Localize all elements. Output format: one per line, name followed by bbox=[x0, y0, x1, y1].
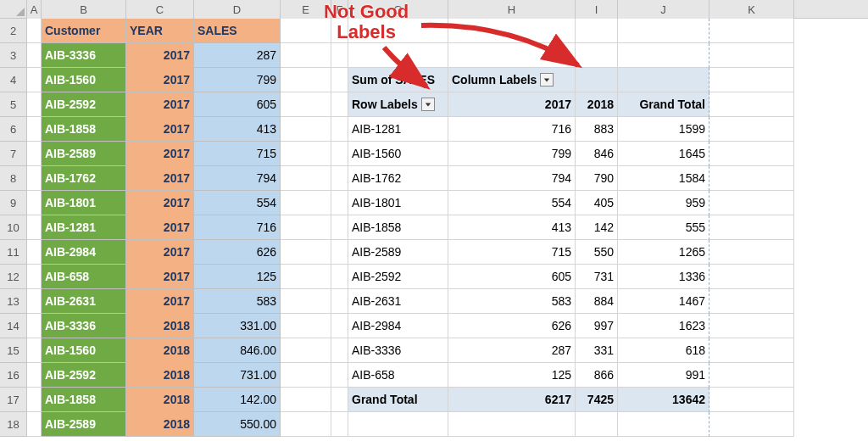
row-header[interactable]: 16 bbox=[0, 363, 27, 388]
source-sales[interactable]: 331.00 bbox=[194, 314, 281, 338]
source-customer[interactable]: AIB-2592 bbox=[42, 363, 126, 388]
source-customer[interactable]: AIB-2592 bbox=[42, 92, 126, 117]
pivot-row-labels[interactable]: Row Labels bbox=[348, 92, 448, 117]
pivot-val-total[interactable]: 1584 bbox=[618, 166, 709, 191]
row-header[interactable]: 18 bbox=[0, 412, 27, 437]
cell[interactable] bbox=[709, 314, 794, 338]
cell[interactable] bbox=[27, 363, 42, 388]
cell[interactable] bbox=[27, 388, 42, 412]
pivot-val-2018[interactable]: 883 bbox=[576, 117, 618, 142]
source-customer[interactable]: AIB-1762 bbox=[42, 166, 126, 191]
row-header[interactable]: 17 bbox=[0, 388, 27, 412]
pivot-val-total[interactable]: 1645 bbox=[618, 142, 709, 166]
pivot-val-2017[interactable]: 583 bbox=[448, 289, 576, 314]
col-header-H[interactable]: H bbox=[448, 0, 576, 19]
source-year[interactable]: 2018 bbox=[126, 388, 194, 412]
source-year[interactable]: 2018 bbox=[126, 363, 194, 388]
cell[interactable] bbox=[709, 363, 794, 388]
source-customer[interactable]: AIB-3336 bbox=[42, 314, 126, 338]
cell[interactable] bbox=[281, 363, 331, 388]
pivot-grand-2017[interactable]: 6217 bbox=[448, 388, 576, 412]
cell[interactable] bbox=[348, 43, 448, 68]
source-year[interactable]: 2017 bbox=[126, 43, 194, 68]
cell[interactable] bbox=[281, 265, 331, 289]
cell[interactable] bbox=[281, 142, 331, 166]
source-customer[interactable]: AIB-2984 bbox=[42, 240, 126, 265]
pivot-val-2017[interactable]: 715 bbox=[448, 240, 576, 265]
cell[interactable] bbox=[27, 412, 42, 437]
source-year[interactable]: 2018 bbox=[126, 314, 194, 338]
cell[interactable] bbox=[281, 338, 331, 363]
cell[interactable] bbox=[709, 191, 794, 215]
pivot-row-label[interactable]: AIB-1858 bbox=[348, 215, 448, 240]
cell[interactable] bbox=[331, 68, 348, 92]
cell[interactable] bbox=[709, 338, 794, 363]
row-header[interactable]: 4 bbox=[0, 68, 27, 92]
source-year[interactable]: 2017 bbox=[126, 166, 194, 191]
cell[interactable] bbox=[281, 43, 331, 68]
source-header-sales[interactable]: SALES bbox=[194, 19, 281, 43]
pivot-val-2017[interactable]: 554 bbox=[448, 191, 576, 215]
cell[interactable] bbox=[709, 388, 794, 412]
cell[interactable] bbox=[709, 412, 794, 437]
cell[interactable] bbox=[709, 43, 794, 68]
cell[interactable] bbox=[331, 388, 348, 412]
cell[interactable] bbox=[27, 92, 42, 117]
pivot-row-label[interactable]: AIB-2631 bbox=[348, 289, 448, 314]
pivot-row-label[interactable]: AIB-1281 bbox=[348, 117, 448, 142]
cell[interactable] bbox=[27, 117, 42, 142]
pivot-val-2018[interactable]: 846 bbox=[576, 142, 618, 166]
source-customer[interactable]: AIB-1560 bbox=[42, 338, 126, 363]
cell[interactable] bbox=[281, 240, 331, 265]
source-sales[interactable]: 125 bbox=[194, 265, 281, 289]
cell[interactable] bbox=[27, 191, 42, 215]
row-header[interactable]: 15 bbox=[0, 338, 27, 363]
pivot-col-2017[interactable]: 2017 bbox=[448, 92, 576, 117]
cell[interactable] bbox=[709, 142, 794, 166]
pivot-row-label[interactable]: AIB-2984 bbox=[348, 314, 448, 338]
source-year[interactable]: 2017 bbox=[126, 191, 194, 215]
cell[interactable] bbox=[281, 92, 331, 117]
cell[interactable] bbox=[618, 43, 709, 68]
source-sales[interactable]: 287 bbox=[194, 43, 281, 68]
source-sales[interactable]: 799 bbox=[194, 68, 281, 92]
cell[interactable] bbox=[331, 191, 348, 215]
cell[interactable] bbox=[618, 412, 709, 437]
column-labels-dropdown[interactable] bbox=[540, 73, 554, 87]
pivot-grand-total[interactable]: 13642 bbox=[618, 388, 709, 412]
row-header[interactable]: 13 bbox=[0, 289, 27, 314]
cell[interactable] bbox=[331, 289, 348, 314]
pivot-row-label[interactable]: AIB-3336 bbox=[348, 338, 448, 363]
cell[interactable] bbox=[281, 388, 331, 412]
source-sales[interactable]: 846.00 bbox=[194, 338, 281, 363]
cell[interactable] bbox=[281, 412, 331, 437]
spreadsheet-grid[interactable]: A B C D E F G H I J K 2CustomerYEARSALES… bbox=[0, 0, 868, 437]
source-header-customer[interactable]: Customer bbox=[42, 19, 126, 43]
row-header[interactable]: 12 bbox=[0, 265, 27, 289]
source-sales[interactable]: 626 bbox=[194, 240, 281, 265]
row-header[interactable]: 6 bbox=[0, 117, 27, 142]
source-year[interactable]: 2018 bbox=[126, 412, 194, 437]
col-header-B[interactable]: B bbox=[42, 0, 126, 19]
cell[interactable] bbox=[331, 240, 348, 265]
cell[interactable] bbox=[27, 265, 42, 289]
pivot-val-total[interactable]: 959 bbox=[618, 191, 709, 215]
source-year[interactable]: 2017 bbox=[126, 265, 194, 289]
col-header-J[interactable]: J bbox=[618, 0, 709, 19]
pivot-val-2018[interactable]: 997 bbox=[576, 314, 618, 338]
pivot-val-2018[interactable]: 790 bbox=[576, 166, 618, 191]
pivot-val-2017[interactable]: 125 bbox=[448, 363, 576, 388]
cell[interactable] bbox=[281, 314, 331, 338]
source-header-year[interactable]: YEAR bbox=[126, 19, 194, 43]
cell[interactable] bbox=[709, 19, 794, 43]
source-customer[interactable]: AIB-658 bbox=[42, 265, 126, 289]
col-header-C[interactable]: C bbox=[126, 0, 194, 19]
source-sales[interactable]: 550.00 bbox=[194, 412, 281, 437]
source-sales[interactable]: 605 bbox=[194, 92, 281, 117]
pivot-column-labels[interactable]: Column Labels bbox=[448, 68, 576, 92]
cell[interactable] bbox=[281, 166, 331, 191]
source-sales[interactable]: 716 bbox=[194, 215, 281, 240]
cell[interactable] bbox=[331, 92, 348, 117]
pivot-val-total[interactable]: 1623 bbox=[618, 314, 709, 338]
cell[interactable] bbox=[709, 265, 794, 289]
